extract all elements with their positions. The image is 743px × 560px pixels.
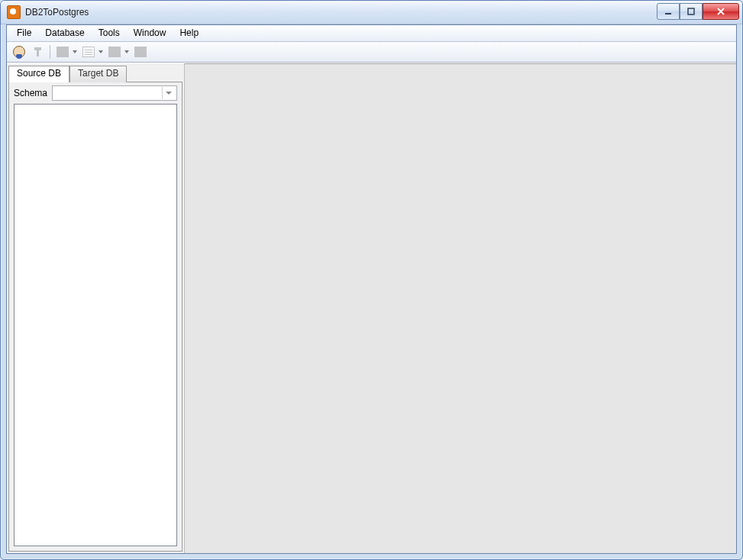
client-area: Source DB Target DB Schema (7, 63, 736, 553)
main-workspace (185, 63, 736, 553)
minimize-icon (664, 8, 672, 15)
window-title: DB2ToPostgres (25, 7, 89, 18)
tab-source-db[interactable]: Source DB (8, 66, 69, 82)
toolbar-stop-button[interactable] (133, 44, 148, 60)
close-button[interactable] (703, 3, 739, 20)
schema-row: Schema (9, 82, 182, 104)
toolbar-tool-button[interactable] (30, 44, 45, 60)
svg-rect-0 (665, 13, 671, 14)
title-bar[interactable]: DB2ToPostgres (1, 1, 742, 24)
toolbar-query-button[interactable] (81, 44, 96, 60)
maximize-icon (687, 8, 695, 15)
client-frame: File Database Tools Window Help (6, 24, 737, 554)
chevron-down-icon (162, 87, 174, 99)
source-db-panel: Schema (8, 82, 183, 552)
person-icon (13, 46, 25, 58)
menu-bar: File Database Tools Window Help (7, 25, 736, 42)
minimize-button[interactable] (657, 3, 680, 20)
app-window: DB2ToPostgres File Database Tools Window… (0, 0, 743, 560)
toolbar-open-button[interactable] (55, 44, 70, 60)
tab-target-db[interactable]: Target DB (69, 66, 127, 82)
menu-help[interactable]: Help (173, 25, 205, 41)
toolbar-block-dropdown[interactable] (124, 44, 130, 60)
menu-window[interactable]: Window (127, 25, 173, 41)
toolbar-connect-button[interactable] (11, 44, 27, 60)
schema-tree[interactable] (14, 104, 177, 546)
schema-select[interactable] (52, 85, 177, 101)
folder-icon (57, 47, 69, 57)
sheet-icon (82, 47, 95, 57)
toolbar-open-dropdown[interactable] (72, 44, 78, 60)
block-icon (108, 47, 121, 57)
stop-icon (134, 47, 147, 57)
toolbar (7, 42, 736, 63)
menu-file[interactable]: File (10, 25, 38, 41)
menu-database[interactable]: Database (38, 25, 91, 41)
toolbar-query-dropdown[interactable] (98, 44, 104, 60)
app-icon (7, 5, 21, 19)
svg-rect-1 (688, 8, 694, 14)
db-tabs: Source DB Target DB (7, 63, 184, 82)
toolbar-separator (50, 45, 50, 59)
close-icon (716, 8, 725, 15)
menu-tools[interactable]: Tools (92, 25, 127, 41)
schema-label: Schema (14, 88, 47, 98)
hammer-icon (32, 47, 43, 57)
toolbar-block-button[interactable] (107, 44, 122, 60)
maximize-button[interactable] (680, 3, 703, 20)
window-controls (657, 3, 739, 18)
left-panel: Source DB Target DB Schema (7, 63, 185, 553)
